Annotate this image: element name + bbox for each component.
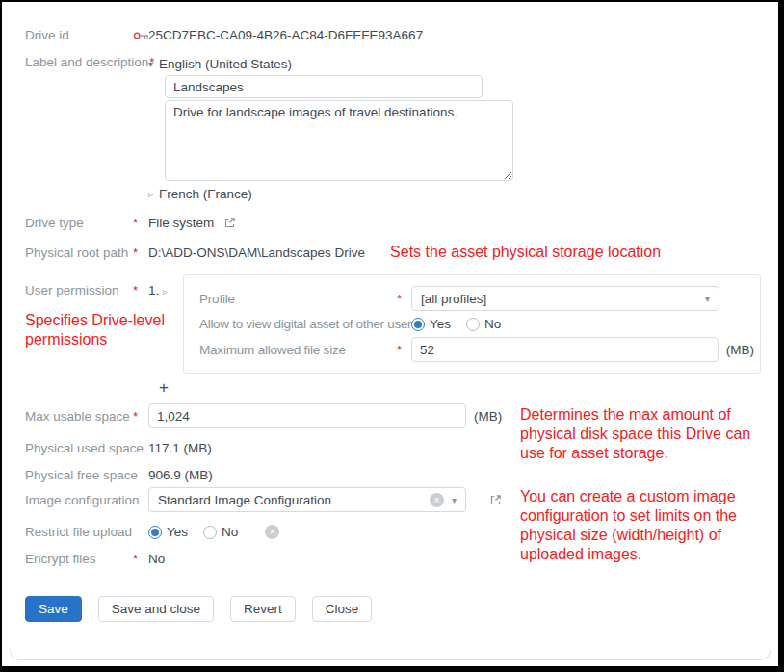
unit-label: (MB) (474, 409, 502, 424)
language-block: ▾ English (United States) Drive for land… (148, 55, 513, 203)
save-and-close-button[interactable]: Save and close (98, 596, 214, 622)
drive-id-value: 25CD7EBC-CA09-4B26-AC84-D6FEFE93A667 (148, 28, 423, 42)
physical-free-space-label: Physical free space (25, 468, 133, 482)
unit-label: (MB) (726, 343, 754, 357)
allow-view-row: Allow to view digital asset of other use… (199, 317, 754, 331)
required-asterisk: * (397, 292, 411, 306)
close-button[interactable]: Close (312, 596, 373, 622)
save-button[interactable]: Save (25, 596, 82, 622)
profile-label: Profile (199, 292, 397, 306)
dropdown-caret-icon[interactable]: ▾ (705, 294, 710, 304)
required-asterisk: * (397, 343, 411, 357)
form-row-drive-id: Drive id 25CD7EBC-CA09-4B26-AC84-D6FEFE9… (25, 28, 778, 42)
external-link-icon[interactable] (489, 494, 502, 506)
radio-no[interactable]: No (466, 317, 501, 331)
drive-type-value: File system (148, 216, 214, 230)
radio-dot-icon (411, 318, 425, 331)
form-row-physical-root-path: Physical root path * D:\ADD-ONS\DAM\Land… (25, 243, 778, 262)
drive-settings-form: Drive id 25CD7EBC-CA09-4B26-AC84-D6FEFE9… (2, 2, 778, 622)
radio-no-label: No (484, 317, 501, 331)
radio-dot-icon (148, 526, 162, 539)
form-row-add-permission: + (25, 379, 778, 397)
annotation-storage-location: Sets the asset physical storage location (390, 243, 661, 262)
required-asterisk: * (133, 216, 148, 230)
required-asterisk: * (133, 274, 148, 297)
restrict-file-upload-label: Restrict file upload (25, 525, 133, 539)
form-row-user-permission: User permission * 1. ▹ Profile * [all pr… (25, 274, 778, 374)
physical-root-path-label: Physical root path (25, 246, 133, 260)
radio-yes-label: Yes (167, 525, 188, 539)
chevron-down-icon[interactable]: ▾ (148, 59, 153, 69)
required-asterisk: * (133, 552, 148, 566)
profile-row: Profile * [all profiles] ▾ (199, 286, 754, 311)
max-file-size-input[interactable] (411, 337, 719, 362)
dropdown-caret-icon[interactable]: ▾ (452, 495, 457, 505)
image-configuration-select[interactable]: Standard Image Configuration × ▾ (148, 487, 466, 512)
physical-used-space-value: 117.1 (MB) (148, 441, 212, 455)
physical-free-space-value: 906.9 (MB) (148, 468, 213, 482)
profile-select-value: [all profiles] (421, 292, 697, 306)
radio-no-label: No (222, 525, 238, 539)
radio-yes[interactable]: Yes (411, 317, 451, 331)
language-header-english: English (United States) (159, 57, 292, 71)
revert-button[interactable]: Revert (230, 596, 296, 622)
radio-yes[interactable]: Yes (148, 525, 188, 539)
language-toggle-french[interactable]: ▹ French (France) (148, 185, 513, 203)
permission-panel: Profile * [all profiles] ▾ Allow to view… (183, 274, 761, 374)
label-input[interactable] (165, 75, 483, 98)
clear-icon[interactable]: × (265, 525, 279, 539)
drive-id-label: Drive id (25, 28, 133, 42)
screenshot-frame: Drive id 25CD7EBC-CA09-4B26-AC84-D6FEFE9… (0, 0, 784, 672)
language-toggle-english[interactable]: ▾ English (United States) (148, 55, 513, 73)
chevron-right-icon[interactable]: ▹ (148, 189, 153, 199)
max-usable-space-label: Max usable space (25, 409, 133, 424)
encrypt-files-value: No (148, 552, 165, 566)
external-link-icon[interactable] (223, 217, 236, 229)
form-row-encrypt-files: Encrypt files * No (25, 552, 778, 566)
drive-type-label: Drive type (25, 216, 133, 230)
required-asterisk: * (133, 409, 148, 424)
clear-icon[interactable]: × (430, 493, 444, 507)
description-textarea[interactable]: Drive for landscape images of travel des… (165, 100, 513, 181)
image-configuration-value: Standard Image Configuration (158, 493, 430, 507)
key-icon (133, 29, 148, 42)
form-row-restrict-file-upload: Restrict file upload Yes No × (25, 525, 778, 539)
radio-yes-label: Yes (430, 317, 451, 331)
required-asterisk: * (133, 246, 148, 260)
panel-bottom-edge (10, 649, 771, 660)
form-row-drive-type: Drive type * File system (25, 216, 778, 230)
form-row-max-usable-space: Max usable space * (MB) Determines the m… (25, 403, 778, 428)
annotation-permissions: Specifies Drive-level permissions (25, 311, 194, 349)
profile-select[interactable]: [all profiles] ▾ (411, 286, 719, 311)
radio-dot-icon (466, 318, 480, 331)
max-file-size-label: Maximum allowed file size (199, 343, 397, 357)
radio-no[interactable]: No (203, 525, 238, 539)
form-row-physical-free-space: Physical free space 906.9 (MB) (25, 468, 778, 482)
form-row-physical-used-space: Physical used space 117.1 (MB) (25, 441, 778, 455)
chevron-right-icon[interactable]: ▹ (163, 286, 168, 297)
user-permission-index[interactable]: 1. ▹ (148, 274, 183, 297)
max-usable-space-input[interactable] (148, 403, 466, 428)
physical-root-path-value: D:\ADD-ONS\DAM\Landscapes Drive (148, 246, 365, 260)
label-description-label: Label and description* (25, 55, 133, 69)
image-configuration-label: Image configuration (25, 493, 133, 507)
max-file-size-row: Maximum allowed file size * (MB) (199, 337, 754, 362)
user-permission-label: User permission (25, 274, 133, 297)
add-permission-button[interactable]: + (159, 379, 169, 397)
radio-dot-icon (203, 526, 217, 539)
form-row-label-description: Label and description* ▾ English (United… (25, 55, 778, 203)
footer-button-bar: Save Save and close Revert Close (25, 596, 778, 622)
language-header-french: French (France) (159, 187, 252, 201)
allow-view-label: Allow to view digital asset of other use… (199, 317, 411, 331)
encrypt-files-label: Encrypt files (25, 552, 133, 566)
physical-used-space-label: Physical used space (25, 441, 133, 455)
form-row-image-configuration: Image configuration Standard Image Confi… (25, 487, 778, 512)
